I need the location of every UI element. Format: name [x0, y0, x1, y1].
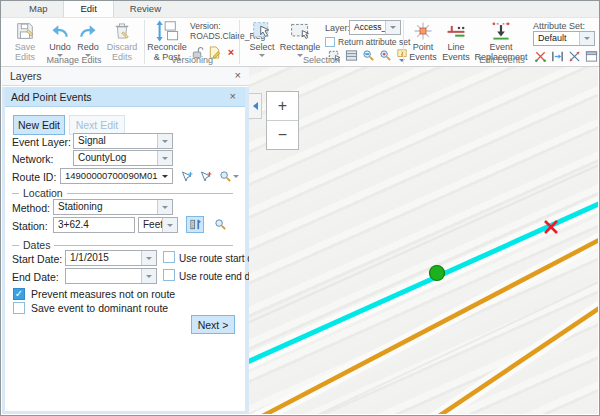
station-input[interactable]: 3+62.4 — [53, 217, 135, 233]
pane-title: Add Point Events — [11, 91, 92, 103]
rectangle-select-button[interactable]: Rectangle — [279, 19, 321, 57]
map-zoom-control: + − — [266, 91, 299, 150]
attribute-set-label: Attribute Set: — [533, 21, 585, 31]
layer-label: Layer: — [325, 23, 350, 33]
next-edit-button[interactable]: Next Edit — [69, 115, 125, 135]
redo-icon — [78, 19, 98, 43]
layers-pane-title: Layers — [10, 70, 42, 82]
reconcile-icon — [155, 19, 179, 43]
pick-route-from-map-icon[interactable] — [178, 168, 196, 185]
start-date-label: Start Date: — [12, 253, 62, 265]
network-label: Network: — [12, 153, 53, 165]
chevron-down-icon[interactable] — [385, 21, 400, 34]
start-date-combobox[interactable]: 1/1/2015 — [65, 250, 157, 266]
add-point-events-pane: Add Point Events × New Edit Next Edit Ev… — [2, 87, 249, 414]
save-icon — [14, 19, 36, 43]
trash-icon — [112, 19, 132, 43]
collapse-pane-button[interactable] — [249, 93, 262, 119]
line-events-icon — [445, 19, 467, 43]
layer-combobox[interactable]: Access_Control — [349, 20, 401, 35]
save-to-dominant-checkbox[interactable]: ✓ — [13, 302, 25, 314]
new-edit-button[interactable]: New Edit — [13, 115, 65, 135]
network-combobox[interactable]: CountyLog — [73, 150, 173, 166]
tab-edit[interactable]: Edit — [63, 0, 113, 17]
group-caption: Selection — [241, 55, 402, 65]
ribbon: Save Edits Undo Redo Discard — [1, 18, 599, 67]
return-attribute-set-checkbox[interactable]: ✓ — [325, 37, 335, 47]
ribbon-tab-bar: Map Edit Review — [1, 1, 599, 18]
station-label: Station: — [12, 220, 48, 232]
use-route-start-date-checkbox[interactable]: ✓ — [163, 251, 175, 263]
background-road — [249, 164, 598, 325]
redo-button[interactable]: Redo — [75, 19, 101, 57]
close-icon[interactable]: × — [235, 69, 241, 81]
group-edit-events: Point Events Line Events Event Replaceme… — [405, 18, 599, 66]
chevron-down-icon[interactable] — [157, 200, 172, 214]
group-caption: Edit Events — [405, 55, 599, 65]
prevent-measures-label: Prevent measures not on route — [31, 288, 175, 300]
next-button[interactable]: Next > — [191, 315, 235, 334]
chevron-down-icon[interactable] — [157, 151, 172, 165]
event-layer-combobox[interactable]: Signal — [73, 133, 173, 149]
app-window: Map Edit Review Save Edits Undo — [0, 0, 600, 416]
undo-button[interactable]: Undo — [47, 19, 73, 57]
add-point-events-header[interactable]: Add Point Events × — [5, 87, 245, 107]
undo-icon — [50, 19, 70, 43]
map-features — [249, 67, 598, 414]
pick-route-from-selection-icon[interactable] — [197, 168, 215, 185]
pick-station-on-map-button[interactable] — [186, 216, 204, 233]
chevron-down-icon[interactable] — [233, 175, 239, 178]
chevron-down-icon[interactable] — [141, 269, 156, 283]
zoom-to-station-icon[interactable] — [211, 216, 229, 233]
version-value: ROADS.Claire_Reg — [190, 31, 238, 41]
zoom-out-button[interactable]: − — [267, 120, 298, 149]
group-caption: Manage Edits — [5, 55, 143, 65]
group-selection: Select Rectangle Layer: Access_Control ✓… — [241, 18, 402, 66]
rectangle-select-icon — [289, 19, 312, 43]
use-route-end-date-checkbox[interactable]: ✓ — [163, 269, 175, 281]
tab-review[interactable]: Review — [114, 1, 177, 17]
group-caption: Versioning — [146, 55, 238, 65]
layers-pane-header[interactable]: Layers × — [2, 67, 249, 86]
attribute-set-combobox[interactable]: Default — [533, 31, 595, 46]
event-replacement-icon — [489, 19, 513, 43]
zoom-in-button[interactable]: + — [267, 92, 298, 120]
units-combobox[interactable]: Feet — [138, 217, 178, 233]
zoom-to-route-icon[interactable] — [217, 168, 241, 185]
method-label: Method: — [12, 202, 50, 214]
collapse-left-icon — [253, 102, 258, 110]
map-view[interactable]: + − — [249, 67, 598, 414]
group-manage-edits: Save Edits Undo Redo Discard — [5, 18, 143, 66]
chevron-down-icon[interactable] — [141, 251, 156, 265]
chevron-down-icon[interactable] — [579, 32, 594, 45]
end-date-combobox[interactable] — [65, 268, 157, 284]
chevron-down-icon[interactable] — [158, 169, 172, 183]
return-attribute-set-label: Return attribute set — [338, 37, 410, 47]
group-versioning: Reconcile & Post Version: ROADS.Claire_R… — [146, 18, 238, 66]
prevent-measures-checkbox[interactable]: ✓ — [13, 288, 25, 300]
select-button[interactable]: Select — [247, 19, 277, 57]
save-to-dominant-label: Save event to dominant route — [31, 302, 168, 314]
point-event-marker[interactable] — [430, 266, 445, 281]
location-section-header: Location — [12, 187, 233, 199]
tab-map[interactable]: Map — [13, 1, 63, 17]
select-icon — [251, 19, 274, 43]
version-label: Version: — [190, 21, 238, 31]
event-layer-label: Event Layer: — [12, 136, 71, 148]
background-road — [309, 281, 598, 414]
end-date-label: End Date: — [12, 271, 59, 283]
point-events-icon — [412, 19, 434, 43]
close-icon[interactable]: × — [230, 90, 236, 102]
method-combobox[interactable]: Stationing — [53, 199, 173, 215]
route-id-combobox[interactable]: 14900000700090M01 — [60, 168, 173, 184]
chevron-down-icon[interactable] — [157, 134, 172, 148]
chevron-down-icon[interactable] — [162, 218, 177, 232]
route-id-label: Route ID: — [12, 171, 56, 183]
